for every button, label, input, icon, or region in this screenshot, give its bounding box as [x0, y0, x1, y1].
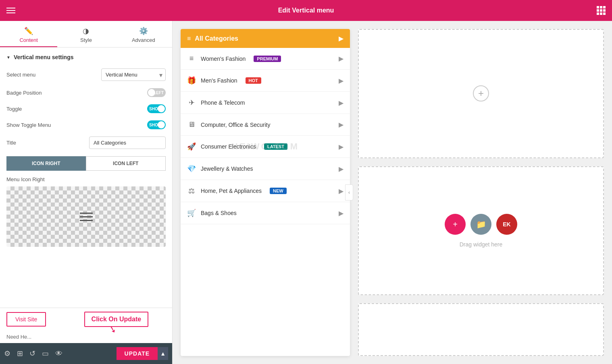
list-item[interactable]: 💎 Jewellery & Watches ▶ — [181, 158, 350, 180]
badge-toggle[interactable]: LEFT — [147, 88, 166, 97]
grid-icon[interactable] — [597, 6, 606, 15]
phone-telecom-icon: ✈ — [187, 98, 196, 107]
ek-button[interactable]: EK — [496, 214, 517, 235]
badge-position-row: Badge Position LEFT — [6, 88, 166, 97]
menu-item-left: 🚀 Consumer Electronics LATEST — [187, 142, 287, 151]
folder-button[interactable]: 📁 — [470, 214, 491, 235]
item-arrow-icon: ▶ — [339, 121, 343, 128]
update-button[interactable]: UPDATE — [117, 347, 158, 360]
menu-header-left: ≡ All Categories — [187, 35, 238, 42]
settings-icon[interactable]: ⚙ — [4, 349, 10, 358]
menu-item-label: Phone & Telecom — [201, 99, 245, 106]
advanced-icon: ⚙️ — [139, 27, 148, 35]
tab-advanced[interactable]: ⚙️ Advanced — [115, 21, 172, 47]
tab-style-label: Style — [80, 37, 92, 43]
visit-site-button[interactable]: Visit Site — [6, 312, 46, 327]
add-section-button[interactable]: + — [445, 214, 466, 235]
menu-item-left: ≡ Women's Fashion PREMIUM — [187, 54, 281, 63]
item-arrow-icon: ▶ — [339, 187, 343, 195]
item-arrow-icon: ▶ — [339, 77, 343, 85]
add-widget-icon[interactable]: + — [473, 85, 489, 101]
icon-right-button[interactable]: ICON RIGHT — [6, 156, 86, 171]
visit-annotation: Visit Site — [6, 312, 46, 327]
icon-preview-box — [6, 186, 166, 247]
select-menu-input[interactable]: Vertical Menu — [101, 68, 166, 81]
hot-badge: HOT — [246, 77, 261, 84]
hamburger-preview-icon — [80, 213, 93, 221]
list-item[interactable]: ⚖ Home, Pet & Appliances NEW ▶ — [181, 180, 350, 202]
list-item[interactable]: 🎁 Men's Fashion HOT ▶ — [181, 70, 350, 92]
toggle-switch[interactable]: SHOW — [147, 104, 166, 113]
title-input[interactable] — [89, 136, 166, 149]
canvas-area: ≡ All Categories ▶ ≡ Women's Fashion PRE… — [173, 21, 612, 364]
menu-title: All Categories — [195, 35, 238, 42]
tab-content-label: Content — [19, 37, 38, 43]
main-layout: ✏️ Content ◑ Style ⚙️ Advanced ▼ Vertica… — [0, 21, 612, 364]
new-badge: NEW — [270, 188, 287, 194]
select-menu-wrap: Vertical Menu ▾ — [101, 68, 166, 81]
menu-item-label: Men's Fashion — [201, 77, 237, 84]
item-arrow-icon: ▶ — [339, 99, 343, 107]
eye-icon[interactable]: 👁 — [55, 350, 62, 358]
menu-widget-header: ≡ All Categories ▶ — [181, 29, 350, 48]
tab-content[interactable]: ✏️ Content — [0, 21, 57, 47]
tabs: ✏️ Content ◑ Style ⚙️ Advanced — [0, 21, 172, 48]
menu-header-arrow-icon: ▶ — [339, 35, 343, 42]
toggle-show-text: SHOW — [149, 107, 162, 111]
tab-style[interactable]: ◑ Style — [57, 21, 114, 47]
menu-item-left: 🛒 Bags & Shoes — [187, 209, 237, 217]
list-item[interactable]: ✈ Phone & Telecom ▶ — [181, 92, 350, 114]
premium-badge: PREMIUM — [254, 56, 281, 62]
mens-fashion-icon: 🎁 — [187, 76, 196, 85]
collapse-arrow-icon[interactable]: ▼ — [6, 55, 10, 60]
panel-content: ▼ Vertical menu settings Select menu Ver… — [0, 48, 172, 308]
toggle-label: Toggle — [6, 106, 22, 112]
tab-advanced-label: Advanced — [132, 37, 155, 43]
menu-item-label: Computer, Office & Security — [201, 122, 270, 128]
show-toggle-switch[interactable]: SHOW — [147, 120, 166, 129]
item-arrow-icon: ▶ — [339, 209, 343, 217]
drag-label-text: Drag widget here — [460, 241, 503, 248]
show-toggle-label: Show Toggle Menu — [6, 122, 51, 128]
womens-fashion-icon: ≡ — [187, 54, 196, 63]
responsive-icon[interactable]: ▭ — [42, 349, 49, 358]
drag-buttons: + 📁 EK — [445, 214, 517, 235]
expand-button[interactable]: ▲ — [158, 347, 168, 360]
latest-badge: LATEST — [264, 143, 287, 150]
collapse-handle[interactable]: ‹ — [345, 184, 353, 201]
list-item[interactable]: 🚀 Consumer Electronics LATEST ▶ HEIWO.CO… — [181, 136, 350, 158]
icon-left-button[interactable]: ICON LEFT — [86, 156, 166, 171]
item-arrow-icon: ▶ — [339, 165, 343, 173]
menu-item-label: Bags & Shoes — [201, 210, 237, 216]
select-menu-label: Select menu — [6, 72, 35, 78]
toggle-row: Toggle SHOW — [6, 104, 166, 113]
empty-panel-bottom[interactable] — [358, 303, 604, 356]
title-label: Title — [6, 140, 16, 146]
show-toggle-show-text: SHOW — [149, 123, 162, 127]
undo-icon[interactable]: ↺ — [29, 349, 35, 358]
item-arrow-icon: ▶ — [339, 55, 343, 62]
page-title: Edit Vertical menu — [278, 7, 334, 14]
hamburger-icon[interactable] — [6, 8, 15, 13]
right-area: ≡ All Categories ▶ ≡ Women's Fashion PRE… — [173, 21, 612, 364]
menu-item-label: Women's Fashion — [201, 56, 246, 62]
empty-panel-top[interactable]: + — [358, 29, 604, 158]
menu-item-left: ✈ Phone & Telecom — [187, 98, 245, 107]
icon-btn-group: ICON RIGHT ICON LEFT — [6, 156, 166, 171]
annotation-label: Click On Update — [84, 312, 149, 327]
list-item[interactable]: 🖥 Computer, Office & Security ▶ — [181, 114, 350, 136]
click-update-annotation: Click On Update ➘ — [84, 312, 149, 339]
menu-lines-icon: ≡ — [187, 35, 191, 42]
show-toggle-row: Show Toggle Menu SHOW — [6, 120, 166, 129]
menu-icon-right-label: Menu Icon Right — [6, 176, 166, 182]
badge-toggle-wrap: LEFT — [147, 88, 166, 97]
section-title: Vertical menu settings — [14, 54, 74, 60]
select-menu-row: Select menu Vertical Menu ▾ — [6, 68, 166, 81]
layers-icon[interactable]: ⊞ — [17, 349, 23, 358]
menu-widget: ≡ All Categories ▶ ≡ Women's Fashion PRE… — [181, 29, 350, 356]
menu-item-label: Home, Pet & Appliances — [201, 188, 262, 194]
list-item[interactable]: 🛒 Bags & Shoes ▶ — [181, 202, 350, 224]
list-item[interactable]: ≡ Women's Fashion PREMIUM ▶ — [181, 48, 350, 70]
drag-widget-area: + 📁 EK Drag widget here — [358, 166, 604, 296]
bottom-bar: ⚙ ⊞ ↺ ▭ 👁 UPDATE ▲ Click On Update ➘ — [0, 343, 172, 364]
